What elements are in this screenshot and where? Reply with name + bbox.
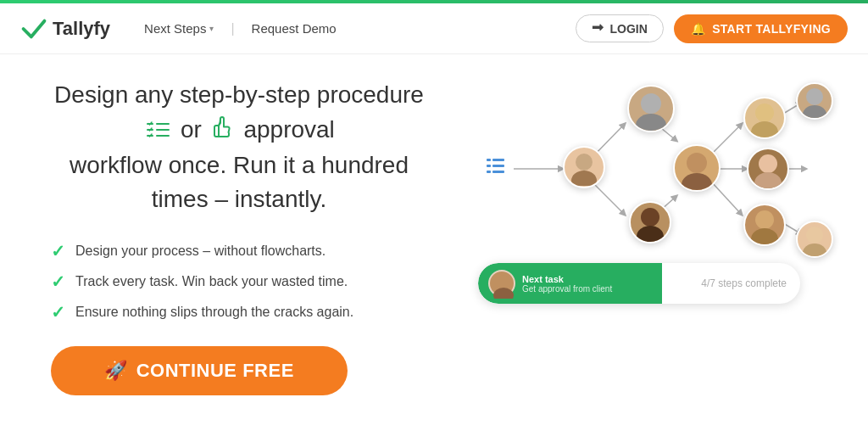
thumbs-up-icon: [212, 114, 234, 148]
hero-section: Design any step-by-step procedure or: [0, 54, 868, 412]
bullet-item-2: ✓ Track every task. Win back your wasted…: [51, 271, 427, 292]
logo[interactable]: Tallyfy: [20, 17, 110, 41]
progress-sublabel: Get approval from client: [522, 284, 612, 294]
svg-rect-10: [487, 171, 491, 173]
svg-line-17: [711, 125, 741, 154]
avatar-far-right-top: [796, 82, 833, 120]
bullet-list: ✓ Design your process – without flowchar…: [51, 241, 427, 322]
chevron-down-icon: ▾: [209, 24, 214, 33]
svg-point-32: [751, 121, 778, 137]
svg-point-24: [571, 171, 597, 186]
svg-point-23: [576, 154, 593, 171]
progress-bar: Next task Get approval from client 4/7 s…: [478, 263, 800, 304]
continue-free-button[interactable]: 🚀 CONTINUE FREE: [51, 346, 348, 395]
svg-point-29: [687, 153, 707, 173]
check-icon-3: ✓: [51, 302, 65, 322]
navbar: Tallyfy Next Steps ▾ | Request Demo ⮕ LO…: [0, 3, 868, 54]
svg-point-37: [806, 88, 823, 105]
workflow-diagram: [461, 78, 817, 256]
check-icon-1: ✓: [51, 241, 65, 261]
svg-point-40: [803, 243, 826, 256]
nav-right: ⮕ LOGIN 🔔 START TALLYFYING: [576, 14, 848, 43]
svg-rect-7: [492, 159, 504, 161]
svg-point-36: [751, 228, 778, 244]
login-button[interactable]: ⮕ LOGIN: [576, 14, 663, 42]
svg-point-35: [755, 210, 774, 229]
svg-rect-9: [492, 165, 504, 167]
svg-point-41: [497, 275, 510, 288]
svg-rect-8: [487, 165, 491, 167]
progress-label: Next task: [522, 274, 612, 284]
svg-rect-3: [156, 123, 170, 125]
progress-text: Next task Get approval from client: [522, 274, 612, 294]
progress-right: 4/7 steps complete: [662, 277, 800, 289]
svg-point-31: [755, 104, 774, 122]
avatar-center: [673, 144, 721, 192]
svg-point-27: [641, 208, 659, 227]
nav-request-demo[interactable]: Request Demo: [245, 18, 343, 39]
svg-rect-4: [156, 129, 170, 131]
avatar-bottom: [629, 201, 671, 243]
avatar-right-top: [743, 97, 786, 139]
progress-steps: 4/7 steps complete: [701, 277, 787, 289]
svg-rect-11: [492, 171, 504, 173]
logo-icon: [20, 17, 47, 41]
svg-point-30: [682, 173, 712, 190]
nav-divider: |: [231, 21, 234, 36]
avatar-left: [563, 146, 605, 188]
avatar-right-bot: [743, 204, 786, 246]
progress-avatar: [488, 270, 515, 297]
svg-line-19: [711, 182, 741, 214]
svg-point-26: [636, 114, 666, 131]
hero-left: Design any step-by-step procedure or: [51, 78, 427, 395]
svg-point-25: [641, 93, 661, 114]
svg-point-38: [803, 105, 826, 118]
logo-text: Tallyfy: [53, 18, 110, 40]
check-icon-2: ✓: [51, 271, 65, 292]
svg-point-33: [759, 154, 777, 173]
avatar-far-right-bot: [796, 221, 833, 258]
hero-headline: Design any step-by-step procedure or: [51, 78, 427, 217]
svg-point-39: [806, 227, 823, 243]
nav-next-steps[interactable]: Next Steps ▾: [137, 18, 220, 39]
bullet-item-1: ✓ Design your process – without flowchar…: [51, 241, 427, 261]
flame-icon: 🔔: [691, 22, 705, 36]
svg-point-34: [754, 172, 782, 188]
bullet-item-3: ✓ Ensure nothing slips through the crack…: [51, 302, 427, 322]
hero-right: Next task Get approval from client 4/7 s…: [461, 78, 817, 395]
avatar-top: [627, 85, 675, 132]
svg-point-28: [637, 226, 664, 242]
svg-rect-5: [156, 135, 170, 137]
svg-rect-6: [487, 159, 491, 161]
login-icon: ⮕: [592, 21, 604, 36]
nav-links: Next Steps ▾ | Request Demo: [137, 18, 576, 39]
rocket-icon: 🚀: [104, 360, 128, 382]
svg-point-42: [493, 288, 514, 299]
checklist-icon: [147, 114, 170, 148]
start-tallyfying-button[interactable]: 🔔 START TALLYFYING: [674, 14, 848, 43]
avatar-right-mid: [747, 148, 789, 190]
progress-fill: Next task Get approval from client: [478, 263, 662, 304]
